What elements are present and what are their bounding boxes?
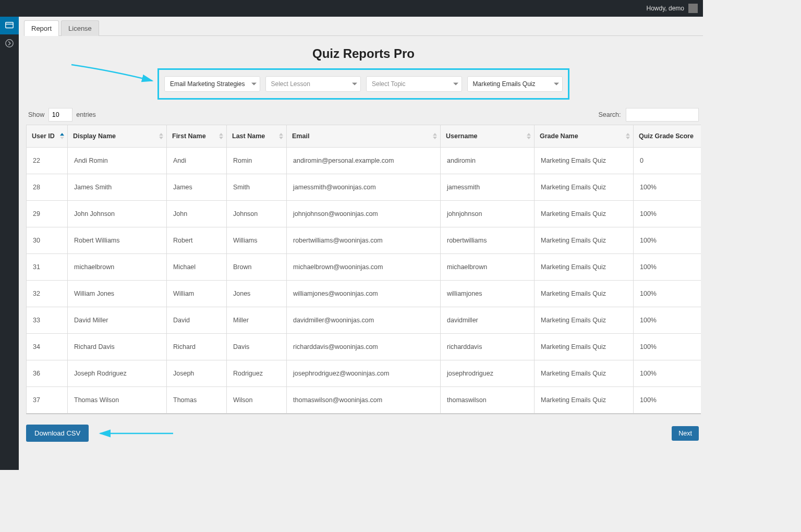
cell-username: williamjones bbox=[441, 281, 535, 307]
select-topic[interactable]: Select Topic bbox=[366, 76, 462, 92]
cell-display-name: John Johnson bbox=[68, 201, 167, 227]
cell-display-name: Joseph Rodriguez bbox=[68, 360, 167, 387]
cell-display-name: Andi Romin bbox=[68, 148, 167, 174]
select-lesson[interactable]: Select Lesson bbox=[265, 76, 361, 92]
main-content: Report License Quiz Reports Pro Email Ma… bbox=[19, 17, 703, 470]
cell-last-name: Jones bbox=[227, 281, 287, 307]
svg-rect-0 bbox=[6, 22, 13, 28]
select-lesson-placeholder: Select Lesson bbox=[271, 80, 310, 88]
cell-first-name: Joseph bbox=[167, 360, 227, 387]
next-button[interactable]: Next bbox=[672, 426, 699, 441]
cell-email: robertwilliams@wooninjas.com bbox=[287, 227, 441, 254]
howdy-text[interactable]: Howdy, demo bbox=[647, 5, 684, 12]
cell-email: andiromin@personal.example.com bbox=[287, 148, 441, 174]
entries-input[interactable] bbox=[48, 108, 72, 122]
cell-email: michaelbrown@wooninjas.com bbox=[287, 254, 441, 281]
sort-icon bbox=[626, 133, 630, 139]
cell-grade-name: Marketing Emails Quiz bbox=[535, 307, 634, 334]
table-row: 30Robert WilliamsRobertWilliamsrobertwil… bbox=[26, 227, 701, 254]
col-first-name-label: First Name bbox=[172, 132, 206, 140]
cell-quiz-grade-score: 100% bbox=[634, 334, 701, 360]
download-csv-button[interactable]: Download CSV bbox=[26, 425, 89, 442]
tab-report[interactable]: Report bbox=[24, 20, 59, 36]
cell-username: thomaswilson bbox=[441, 387, 535, 414]
col-quiz-grade-score-label: Quiz Grade Score bbox=[639, 132, 694, 140]
page-scrollbar[interactable] bbox=[697, 17, 703, 470]
cell-username: robertwilliams bbox=[441, 227, 535, 254]
cell-last-name: Johnson bbox=[227, 201, 287, 227]
select-course[interactable]: Email Marketing Strategies bbox=[164, 76, 260, 92]
table-row: 28James SmithJamesSmithjamessmith@woonin… bbox=[26, 174, 701, 201]
col-user-id-label: User ID bbox=[32, 132, 55, 140]
search-input[interactable] bbox=[626, 108, 699, 122]
cell-first-name: Michael bbox=[167, 254, 227, 281]
select-quiz[interactable]: Marketing Emails Quiz bbox=[467, 76, 563, 92]
search-wrap: Search: bbox=[598, 108, 699, 122]
cell-grade-name: Marketing Emails Quiz bbox=[535, 254, 634, 281]
dashboard-icon bbox=[5, 21, 14, 30]
cell-username: michaelbrown bbox=[441, 254, 535, 281]
col-email-label: Email bbox=[292, 132, 309, 140]
cell-quiz-grade-score: 100% bbox=[634, 281, 701, 307]
sort-icon bbox=[279, 133, 283, 139]
page-title: Quiz Reports Pro bbox=[24, 46, 703, 61]
cell-display-name: Robert Williams bbox=[68, 227, 167, 254]
tab-bar: Report License bbox=[24, 20, 703, 36]
table-body: 22Andi RominAndiRominandiromin@personal.… bbox=[26, 148, 701, 414]
cell-last-name: Davis bbox=[227, 334, 287, 360]
cell-user-id: 32 bbox=[26, 281, 68, 307]
tab-license[interactable]: License bbox=[61, 20, 99, 36]
cell-quiz-grade-score: 100% bbox=[634, 227, 701, 254]
cell-quiz-grade-score: 100% bbox=[634, 174, 701, 201]
cell-email: josephrodriguez@wooninjas.com bbox=[287, 360, 441, 387]
chevron-right-icon bbox=[5, 39, 14, 48]
cell-last-name: Wilson bbox=[227, 387, 287, 414]
show-label-post: entries bbox=[76, 111, 96, 118]
cell-user-id: 34 bbox=[26, 334, 68, 360]
cell-display-name: William Jones bbox=[68, 281, 167, 307]
show-entries: Show entries bbox=[28, 108, 96, 122]
col-grade-name[interactable]: Grade Name bbox=[535, 125, 634, 148]
filter-container: Email Marketing Strategies Select Lesson… bbox=[157, 68, 569, 100]
sort-icon bbox=[527, 133, 531, 139]
cell-first-name: Andi bbox=[167, 148, 227, 174]
user-avatar-icon[interactable] bbox=[688, 4, 698, 13]
filter-box: Email Marketing Strategies Select Lesson… bbox=[157, 68, 569, 100]
cell-username: josephrodriguez bbox=[441, 360, 535, 387]
cell-user-id: 31 bbox=[26, 254, 68, 281]
cell-first-name: David bbox=[167, 307, 227, 334]
cell-grade-name: Marketing Emails Quiz bbox=[535, 360, 634, 387]
cell-first-name: John bbox=[167, 201, 227, 227]
col-username[interactable]: Username bbox=[441, 125, 535, 148]
table-controls: Show entries Search: bbox=[28, 108, 699, 122]
col-last-name[interactable]: Last Name bbox=[227, 125, 287, 148]
cell-quiz-grade-score: 100% bbox=[634, 387, 701, 414]
col-display-name[interactable]: Display Name bbox=[68, 125, 167, 148]
select-quiz-value: Marketing Emails Quiz bbox=[473, 80, 536, 88]
col-quiz-grade-score[interactable]: Quiz Grade Score bbox=[634, 125, 701, 148]
col-first-name[interactable]: First Name bbox=[167, 125, 227, 148]
tab-report-label: Report bbox=[31, 25, 52, 32]
annotation-arrow-download bbox=[96, 427, 174, 440]
cell-user-id: 28 bbox=[26, 174, 68, 201]
cell-first-name: Robert bbox=[167, 227, 227, 254]
caret-down-icon bbox=[251, 83, 257, 86]
cell-display-name: Thomas Wilson bbox=[68, 387, 167, 414]
select-topic-placeholder: Select Topic bbox=[372, 80, 405, 88]
col-user-id[interactable]: User ID bbox=[26, 125, 68, 148]
show-label-pre: Show bbox=[28, 111, 44, 118]
col-username-label: Username bbox=[446, 132, 477, 140]
results-table-wrap[interactable]: User ID Display Name First Name Last Nam… bbox=[26, 125, 701, 414]
caret-down-icon bbox=[554, 83, 559, 86]
table-row: 32William JonesWilliamJoneswilliamjones@… bbox=[26, 281, 701, 307]
cell-email: jamessmith@wooninjas.com bbox=[287, 174, 441, 201]
sidebar-item-current[interactable] bbox=[0, 17, 19, 34]
col-email[interactable]: Email bbox=[287, 125, 441, 148]
sort-icon bbox=[60, 133, 64, 139]
cell-username: richarddavis bbox=[441, 334, 535, 360]
cell-first-name: Richard bbox=[167, 334, 227, 360]
sidebar-item-collapse[interactable] bbox=[0, 34, 19, 52]
cell-email: thomaswilson@wooninjas.com bbox=[287, 387, 441, 414]
cell-first-name: James bbox=[167, 174, 227, 201]
cell-first-name: William bbox=[167, 281, 227, 307]
